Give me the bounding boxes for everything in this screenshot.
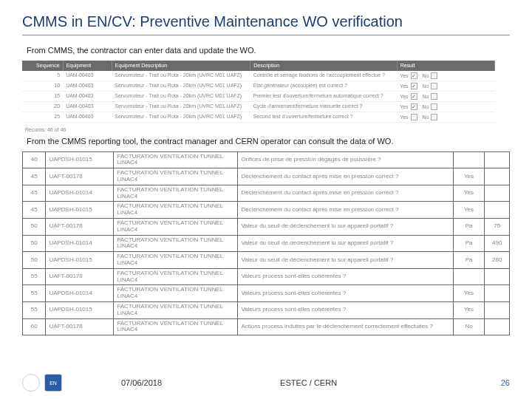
table-row: 50UAPDSH-01014FACTURATION VENTILATION TU…	[23, 235, 510, 252]
cern-logo-icon	[22, 374, 40, 392]
table-row: 55UAPDSH-01015FACTURATION VENTILATION TU…	[23, 302, 510, 319]
page-number: 26	[501, 378, 510, 387]
checkbox-no[interactable]	[431, 72, 437, 79]
checkbox-no[interactable]	[431, 93, 437, 100]
table-row: 55UAFT-00178FACTURATION VENTILATION TUNN…	[23, 268, 510, 285]
table-row: 45UAFT-00178FACTURATION VENTILATION TUNN…	[23, 168, 510, 185]
table-row: 40UAPDSH-01015FACTURATION VENTILATION TU…	[23, 151, 510, 168]
checkbox-no[interactable]	[431, 103, 437, 110]
col-equipment-desc: Equipment Description	[112, 61, 250, 71]
col-result: Result	[397, 61, 494, 71]
checkbox-yes[interactable]: ✓	[411, 93, 417, 100]
col-sequence: Sequence	[22, 61, 63, 71]
table-row: 60UAFT-00178FACTURATION VENTILATION TUNN…	[23, 318, 510, 335]
cmms-input-table: Sequence Equipment Equipment Description…	[22, 61, 495, 123]
table-row: 45UAPDSH-01014FACTURATION VENTILATION TU…	[23, 185, 510, 202]
checkbox-yes[interactable]: ✓	[411, 83, 417, 89]
slide-title: CMMS in EN/CV: Preventive Maintenance WO…	[22, 13, 510, 30]
table-row: 25UAM-00403Servomoteur - Trait ou Rota -…	[22, 112, 495, 122]
footer-date: 07/06/2018	[121, 378, 162, 387]
table-row: 20UAM-00403Servomoteur - Trait ou Rota -…	[22, 101, 495, 112]
table-row: 10UAM-00403Servomoteur - Trait ou Rota -…	[22, 81, 495, 91]
checkbox-yes[interactable]: ✓	[411, 103, 417, 110]
table-row: 45UAPDSH-01015FACTURATION VENTILATION TU…	[23, 202, 510, 219]
footer-venue: ESTEC / CERN	[280, 378, 337, 387]
title-rule	[22, 35, 510, 35]
checkbox-yes[interactable]: ✓	[411, 72, 417, 79]
col-description: Description	[250, 61, 397, 71]
table-row: 55UAPDSH-01014FACTURATION VENTILATION TU…	[23, 285, 510, 302]
intro-text-1: From CMMS, the contractor can enter data…	[27, 46, 510, 55]
table-row: 15UAM-00403Servomoteur - Trait ou Rota -…	[22, 91, 495, 101]
col-equipment: Equipment	[63, 61, 112, 71]
checkbox-yes[interactable]	[411, 114, 417, 120]
intro-text-2: From the CMMS reporting tool, the contra…	[27, 137, 510, 146]
slide-footer: EN 07/06/2018 ESTEC / CERN 26	[22, 374, 510, 392]
en-logo-icon: EN	[44, 374, 62, 392]
table-row: 50UAFT-00178FACTURATION VENTILATION TUNN…	[23, 219, 510, 236]
cmms-report-table: 40UAPDSH-01015FACTURATION VENTILATION TU…	[22, 151, 510, 336]
checkbox-no[interactable]	[431, 83, 437, 89]
table-row: 50UAPDSH-01015FACTURATION VENTILATION TU…	[23, 252, 510, 269]
checkbox-no[interactable]	[431, 114, 437, 120]
record-count: Records: 46 of 46	[22, 126, 510, 132]
table-row: 5UAM-00403Servomoteur - Trait ou Rota - …	[22, 71, 495, 81]
